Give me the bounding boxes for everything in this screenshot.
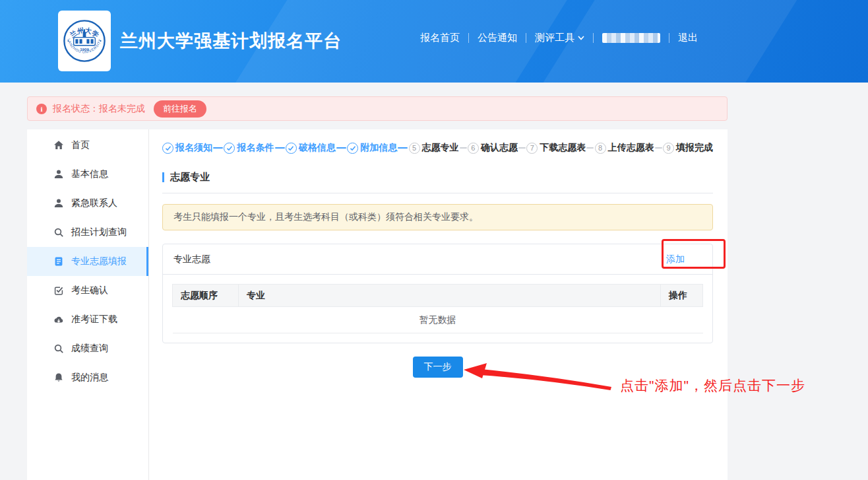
user-name-masked[interactable] — [602, 33, 660, 43]
check-icon — [226, 145, 233, 151]
chevron-down-icon — [578, 36, 584, 40]
sidebar-item-enrollment-plan[interactable]: 招生计划查询 — [27, 218, 148, 247]
step-4: 附加信息 — [347, 142, 397, 154]
nav-divider — [526, 33, 526, 43]
svg-text:1909: 1909 — [80, 47, 89, 51]
check-icon — [288, 145, 294, 151]
table-header-row: 志愿顺序 专业 操作 — [173, 285, 703, 307]
sidebar: 首页 基本信息 紧急联系人 — [27, 129, 149, 480]
search-icon — [53, 343, 64, 354]
annotation-text: 点击"添加"，然后点击下一步 — [620, 376, 805, 395]
column-header-action: 操作 — [661, 285, 703, 307]
sidebar-item-emergency-contact[interactable]: 紧急联系人 — [27, 189, 148, 218]
step-connector — [398, 147, 408, 149]
svg-text:LANZHOU UNIVERSITY: LANZHOU UNIVERSITY — [67, 38, 102, 54]
sidebar-item-score-query[interactable]: 成绩查询 — [27, 334, 148, 363]
step-connector — [275, 147, 285, 149]
sidebar-item-basic-info[interactable]: 基本信息 — [27, 160, 148, 189]
nav-divider — [468, 33, 469, 43]
user-icon — [53, 169, 64, 180]
step-5: 5 志愿专业 — [409, 142, 459, 154]
go-register-button[interactable]: 前往报名 — [154, 100, 206, 118]
search-icon — [53, 227, 64, 238]
nav-divider — [593, 33, 594, 43]
step-9: 9 填报完成 — [663, 142, 713, 154]
university-logo: 兰州大学 LANZHOU UNIVERSITY 1909 — [58, 11, 111, 71]
panel-title: 专业志愿 — [173, 254, 210, 265]
nav-divider — [669, 33, 669, 43]
university-seal-icon: 兰州大学 LANZHOU UNIVERSITY 1909 — [62, 18, 107, 63]
sidebar-item-home[interactable]: 首页 — [27, 131, 148, 160]
panel-body: 志愿顺序 专业 操作 暂无数据 — [163, 275, 712, 343]
status-text: 报名状态：报名未完成 — [53, 103, 145, 115]
section-accent-bar — [162, 172, 164, 182]
home-icon — [53, 140, 64, 151]
check-icon — [165, 145, 171, 151]
step-8: 8 上传志愿表 — [595, 142, 654, 154]
column-header-major: 专业 — [239, 285, 661, 307]
add-button[interactable]: 添加 — [649, 250, 702, 269]
main-wrapper: 首页 基本信息 紧急联系人 — [27, 129, 728, 480]
step-connector — [213, 147, 223, 149]
preference-table: 志愿顺序 专业 操作 暂无数据 — [172, 284, 703, 333]
step-connector — [655, 147, 662, 149]
content-area: 报名须知 报名条件 破格信息 附加信息 — [149, 129, 728, 480]
bell-icon — [53, 372, 64, 383]
page: 兰州大学 LANZHOU UNIVERSITY 1909 兰州大学强基计划报名平… — [0, 0, 868, 480]
logout-link[interactable]: 退出 — [678, 32, 698, 44]
step-connector — [586, 147, 594, 149]
next-step-button[interactable]: 下一步 — [413, 357, 463, 378]
check-icon — [350, 145, 356, 151]
page-title: 兰州大学强基计划报名平台 — [120, 29, 342, 53]
step-connector — [518, 147, 526, 149]
major-preference-panel: 专业志愿 添加 志愿顺序 专业 操作 — [162, 244, 713, 343]
app-header: 兰州大学 LANZHOU UNIVERSITY 1909 兰州大学强基计划报名平… — [0, 0, 868, 83]
step-connector — [460, 147, 467, 149]
table-empty-row: 暂无数据 — [173, 307, 703, 333]
step-3: 破格信息 — [286, 142, 336, 154]
step-6: 6 确认志愿 — [468, 142, 518, 154]
top-nav: 报名首页 公告通知 测评工具 退出 — [420, 32, 698, 44]
nav-notices-link[interactable]: 公告通知 — [478, 32, 517, 44]
panel-header: 专业志愿 添加 — [163, 244, 712, 275]
step-2: 报名条件 — [224, 142, 274, 154]
form-icon — [53, 256, 64, 267]
sidebar-item-candidate-confirm[interactable]: 考生确认 — [27, 276, 148, 305]
sidebar-item-messages[interactable]: 我的消息 — [27, 363, 148, 392]
nav-home-link[interactable]: 报名首页 — [420, 32, 460, 44]
status-alert: i 报名状态：报名未完成 前往报名 — [27, 96, 728, 121]
sidebar-item-major-preference[interactable]: 专业志愿填报 — [27, 247, 148, 276]
sidebar-item-admission-ticket[interactable]: 准考证下载 — [27, 305, 148, 334]
cloud-download-icon — [53, 314, 64, 325]
step-connector — [336, 147, 346, 149]
checkbox-icon — [53, 285, 64, 296]
step-1: 报名须知 — [162, 142, 212, 154]
notice-banner: 考生只能填报一个专业，且考生选考科目（或科类）须符合相关专业要求。 — [162, 204, 713, 230]
empty-data-text: 暂无数据 — [173, 307, 703, 333]
nav-tools-dropdown[interactable]: 测评工具 — [535, 32, 584, 44]
step-progress-bar: 报名须知 报名条件 破格信息 附加信息 — [162, 140, 713, 156]
info-icon: i — [36, 104, 47, 114]
column-header-order: 志愿顺序 — [173, 285, 239, 307]
section-title: 志愿专业 — [162, 169, 713, 193]
user-icon — [53, 198, 64, 209]
step-7: 7 下载志愿表 — [526, 142, 586, 154]
